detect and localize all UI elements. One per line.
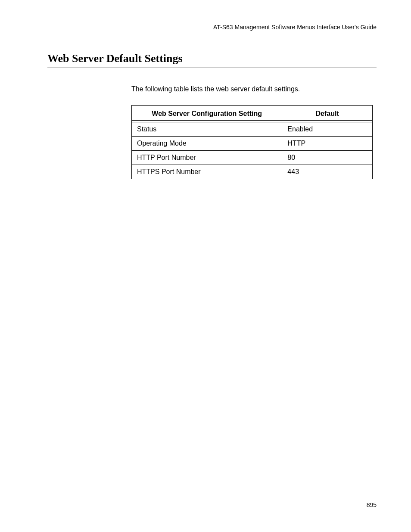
page-header-guide-title: AT-S63 Management Software Menus Interfa… [47,24,377,31]
table-header-default-label: Default [316,110,339,117]
table-cell-setting: Status [132,122,282,137]
table-cell-default: HTTP [282,137,373,151]
table-cell-setting: HTTPS Port Number [132,165,282,179]
section-title: Web Server Default Settings [47,52,377,68]
table-header-row: Web Server Configuration Setting Default [132,106,373,122]
table-header-default: Default [282,106,373,122]
table-header-setting: Web Server Configuration Setting [132,106,282,122]
table-cell-default: Enabled [282,122,373,137]
header-underline [132,120,282,121]
header-underline [282,120,372,121]
table-cell-default: 80 [282,151,373,165]
table-cell-setting: Operating Mode [132,137,282,151]
table-row: Operating Mode HTTP [132,137,373,151]
intro-paragraph: The following table lists the web server… [131,85,377,93]
page-number: 895 [367,501,377,508]
table-row: HTTP Port Number 80 [132,151,373,165]
table-row: HTTPS Port Number 443 [132,165,373,179]
table-cell-default: 443 [282,165,373,179]
table-row: Status Enabled [132,122,373,137]
table-cell-setting: HTTP Port Number [132,151,282,165]
table-header-setting-label: Web Server Configuration Setting [152,110,262,117]
web-server-config-table: Web Server Configuration Setting Default… [131,105,373,179]
content-area: The following table lists the web server… [131,85,377,179]
